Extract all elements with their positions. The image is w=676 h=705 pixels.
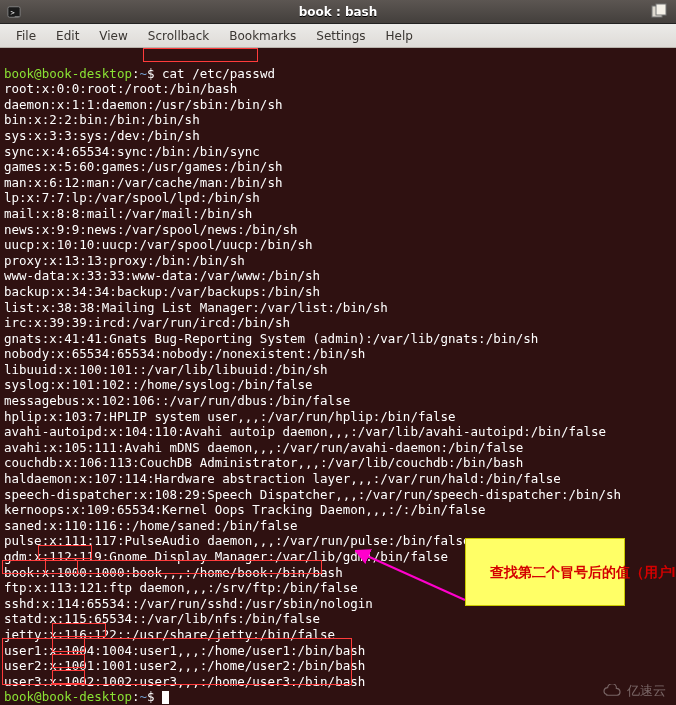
output-line: nobody:x:65534:65534:nobody:/nonexistent… — [4, 346, 365, 361]
command-text: cat /etc/passwd — [162, 66, 275, 81]
output-line: user2:x:1001:1001:user2,,,:/home/user2:/… — [4, 658, 365, 673]
output-line: libuuid:x:100:101::/var/lib/libuuid:/bin… — [4, 362, 328, 377]
annotation-note: 查找第二个冒号后的值（用户ID）大于1000时就是普通的用户。 — [465, 538, 625, 606]
window-titlebar: >_ book : bash — [0, 0, 676, 24]
menu-file[interactable]: File — [6, 29, 46, 43]
output-line: list:x:38:38:Mailing List Manager:/var/l… — [4, 300, 388, 315]
cloud-icon — [601, 684, 623, 698]
output-line: sync:x:4:65534:sync:/bin:/bin/sync — [4, 144, 260, 159]
output-line: pulse:x:111:117:PulseAudio daemon,,,:/va… — [4, 533, 471, 548]
output-line: speech-dispatcher:x:108:29:Speech Dispat… — [4, 487, 621, 502]
prompt-path: ~ — [139, 689, 147, 704]
output-line: irc:x:39:39:ircd:/var/run/ircd:/bin/sh — [4, 315, 290, 330]
output-line: statd:x:115:65534::/var/lib/nfs:/bin/fal… — [4, 611, 320, 626]
output-line: lp:x:7:7:lp:/var/spool/lpd:/bin/sh — [4, 190, 260, 205]
svg-rect-3 — [656, 4, 666, 15]
output-line: bin:x:2:2:bin:/bin:/bin/sh — [4, 112, 200, 127]
output-line: messagebus:x:102:106::/var/run/dbus:/bin… — [4, 393, 350, 408]
output-line: daemon:x:1:1:daemon:/usr/sbin:/bin/sh — [4, 97, 282, 112]
watermark-text: 亿速云 — [627, 683, 666, 699]
output-line: backup:x:34:34:backup:/var/backups:/bin/… — [4, 284, 320, 299]
output-line: ftp:x:113:121:ftp daemon,,,:/srv/ftp:/bi… — [4, 580, 358, 595]
menubar: File Edit View Scrollback Bookmarks Sett… — [0, 24, 676, 48]
output-line: user3:x:1002:1002:user3,,,:/home/user3:/… — [4, 674, 365, 689]
output-line: sys:x:3:3:sys:/dev:/bin/sh — [4, 128, 200, 143]
output-line: syslog:x:101:102::/home/syslog:/bin/fals… — [4, 377, 313, 392]
menu-view[interactable]: View — [89, 29, 137, 43]
output-line: jetty:x:116:122::/usr/share/jetty:/bin/f… — [4, 627, 335, 642]
menu-settings[interactable]: Settings — [306, 29, 375, 43]
output-line: uucp:x:10:10:uucp:/var/spool/uucp:/bin/s… — [4, 237, 313, 252]
prompt-end: $ — [147, 66, 155, 81]
prompt-user: book@book-desktop — [4, 689, 132, 704]
output-line: root:x:0:0:root:/root:/bin/bash — [4, 81, 237, 96]
output-line: mail:x:8:8:mail:/var/mail:/bin/sh — [4, 206, 252, 221]
output-line: user1:x:1004:1004:user1,,,:/home/user1:/… — [4, 643, 365, 658]
window-title: book : bash — [299, 5, 378, 19]
output-line: www-data:x:33:33:www-data:/var/www:/bin/… — [4, 268, 320, 283]
output-line: hplip:x:103:7:HPLIP system user,,,:/var/… — [4, 409, 456, 424]
output-line: avahi:x:105:111:Avahi mDNS daemon,,,:/va… — [4, 440, 523, 455]
menu-scrollback[interactable]: Scrollback — [138, 29, 219, 43]
prompt-user: book@book-desktop — [4, 66, 132, 81]
watermark: 亿速云 — [601, 683, 666, 699]
terminal-pane[interactable]: book@book-desktop:~$ cat /etc/passwd roo… — [0, 48, 676, 705]
menu-edit[interactable]: Edit — [46, 29, 89, 43]
output-line: couchdb:x:106:113:CouchDB Administrator,… — [4, 455, 523, 470]
cursor — [162, 691, 169, 704]
prompt-path: ~ — [139, 66, 147, 81]
menu-bookmarks[interactable]: Bookmarks — [219, 29, 306, 43]
menu-help[interactable]: Help — [376, 29, 423, 43]
annotation-text: 查找第二个冒号后的值（用户ID）大于1000时就是普通的用户。 — [490, 564, 676, 580]
prompt-end: $ — [147, 689, 155, 704]
svg-text:>_: >_ — [11, 8, 20, 16]
output-line: book:x:1000:1000:book,,,:/home/book:/bin… — [4, 565, 343, 580]
output-line: avahi-autoipd:x:104:110:Avahi autoip dae… — [4, 424, 606, 439]
output-line: proxy:x:13:13:proxy:/bin:/bin/sh — [4, 253, 245, 268]
output-line: kernoops:x:109:65534:Kernel Oops Trackin… — [4, 502, 486, 517]
highlight-command — [143, 48, 258, 62]
output-line: games:x:5:60:games:/usr/games:/bin/sh — [4, 159, 282, 174]
new-tab-icon[interactable] — [650, 3, 668, 21]
output-line: haldaemon:x:107:114:Hardware abstraction… — [4, 471, 561, 486]
terminal-app-icon: >_ — [6, 4, 22, 20]
output-line: gnats:x:41:41:Gnats Bug-Reporting System… — [4, 331, 538, 346]
output-line: sshd:x:114:65534::/var/run/sshd:/usr/sbi… — [4, 596, 373, 611]
output-line: man:x:6:12:man:/var/cache/man:/bin/sh — [4, 175, 282, 190]
output-line: saned:x:110:116::/home/saned:/bin/false — [4, 518, 298, 533]
output-line: news:x:9:9:news:/var/spool/news:/bin/sh — [4, 222, 298, 237]
output-line: gdm:x:112:119:Gnome Display Manager:/var… — [4, 549, 448, 564]
